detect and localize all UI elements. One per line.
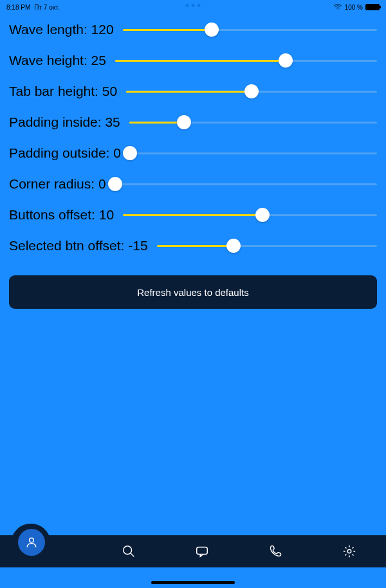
tab-bar-container [0,535,386,567]
slider-track [115,183,377,185]
svg-line-1 [130,553,134,557]
svg-rect-2 [197,547,208,555]
slider-row-selected-btn-offset: Selected btn offset: -15 [9,238,377,253]
slider[interactable] [123,23,377,36]
tab-person-selected[interactable] [18,529,45,556]
person-icon [25,536,38,549]
slider-label: Tab bar height: 50 [9,84,117,99]
battery-percent: 100 % [345,4,363,11]
tab-phone[interactable] [268,544,282,558]
slider-fill [115,60,286,62]
slider-row-corner-radius: Corner radius: 0 [9,176,377,192]
settings-panel: Wave length: 120Wave height: 25Tab bar h… [0,14,386,253]
tab-settings[interactable] [342,544,356,558]
tab-bar [0,535,386,567]
slider[interactable] [115,54,377,67]
svg-point-4 [30,538,34,542]
slider-fill [123,29,212,31]
refresh-defaults-button[interactable]: Refresh values to defaults [9,275,377,309]
wifi-icon [333,4,342,10]
slider-thumb[interactable] [123,146,137,160]
slider-row-padding-inside: Padding inside: 35 [9,115,377,130]
chat-icon [195,544,209,558]
refresh-button-label: Refresh values to defaults [137,287,248,298]
slider-thumb[interactable] [205,23,219,37]
slider-row-wave-height: Wave height: 25 [9,53,377,68]
slider-row-tab-bar-height: Tab bar height: 50 [9,84,377,99]
slider-fill [126,91,252,93]
slider-row-padding-outside: Padding outside: 0 [9,145,377,161]
slider-label: Padding inside: 35 [9,115,120,130]
slider-label: Wave height: 25 [9,53,106,68]
slider-fill [123,214,262,216]
slider[interactable] [126,85,377,98]
slider-thumb[interactable] [255,208,270,222]
home-indicator [151,581,235,584]
slider-track [130,152,377,154]
slider-label: Buttons offset: 10 [9,207,114,223]
slider-thumb[interactable] [177,115,191,129]
slider-thumb[interactable] [108,177,122,191]
slider-thumb[interactable] [226,239,241,253]
slider-label: Selected btn offset: -15 [9,238,148,253]
slider-fill [157,245,234,247]
phone-icon [268,544,282,558]
slider[interactable] [129,116,377,129]
slider-label: Corner radius: 0 [9,176,106,192]
svg-point-0 [123,546,131,555]
slider[interactable] [123,208,377,221]
slider-row-buttons-offset: Buttons offset: 10 [9,207,377,223]
slider-thumb[interactable] [244,84,259,98]
slider-label: Padding outside: 0 [9,145,121,161]
tab-search[interactable] [122,544,136,558]
tab-chat[interactable] [195,544,209,558]
slider-label: Wave length: 120 [9,22,114,37]
multitask-dots [186,4,201,7]
svg-point-3 [347,549,351,553]
slider-thumb[interactable] [279,53,293,68]
slider[interactable] [115,178,377,190]
gear-icon [342,544,356,558]
slider-row-wave-length: Wave length: 120 [9,22,377,37]
status-time: 8:18 PM [6,4,30,11]
slider-fill [129,122,184,124]
slider[interactable] [130,147,377,160]
search-icon [122,544,136,558]
status-date: Пт 7 окт. [34,4,59,11]
battery-icon [365,4,380,10]
slider[interactable] [157,239,377,252]
status-bar: 8:18 PM Пт 7 окт. 100 % [0,0,386,14]
